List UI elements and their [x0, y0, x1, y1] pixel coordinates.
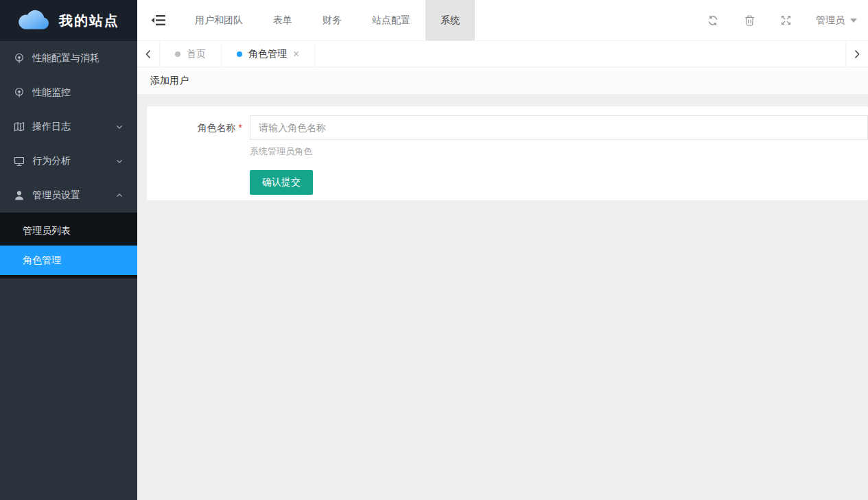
cloud-icon [18, 10, 49, 32]
nav-item-label: 系统 [441, 14, 460, 27]
helper-text: 系统管理员角色 [250, 145, 868, 158]
trash-icon[interactable] [744, 15, 755, 26]
book-icon [14, 121, 25, 132]
nav-item-label: 用户和团队 [195, 14, 243, 27]
caret-down-icon [850, 19, 857, 23]
sidebar-item-label: 行为分析 [32, 155, 115, 167]
sidebar: 我的站点 性能配置与消耗 性能监控 操作日志 [0, 0, 137, 500]
role-name-label: 角色名称* [147, 115, 250, 195]
fullscreen-icon[interactable] [781, 15, 791, 25]
tab-dot [237, 51, 242, 57]
tab-dot [175, 51, 180, 57]
close-icon[interactable]: × [293, 49, 299, 60]
tabs-scroll-left-icon[interactable] [137, 41, 160, 67]
sidebar-item-behavior-analysis[interactable]: 行为分析 [0, 144, 137, 178]
nav-item-label: 站点配置 [372, 14, 410, 27]
role-form-card: 角色名称* 系统管理员角色 确认提交 [147, 106, 868, 200]
chevron-up-icon [115, 191, 124, 200]
sidebar-subitem-label: 角色管理 [23, 254, 61, 267]
admin-dropdown[interactable]: 管理员 [804, 14, 868, 27]
admin-settings-submenu: 管理员列表 角色管理 [0, 213, 137, 278]
logo[interactable]: 我的站点 [0, 0, 137, 41]
sidebar-subitem-label: 管理员列表 [23, 225, 71, 237]
monitor-icon [14, 156, 25, 167]
submit-button[interactable]: 确认提交 [250, 170, 313, 195]
tabs-scroll-right-icon[interactable] [845, 41, 868, 67]
tab-bar: 首页 角色管理 × [137, 41, 868, 67]
role-name-form-item: 角色名称* 系统管理员角色 确认提交 [147, 115, 868, 195]
chevron-down-icon [115, 123, 124, 131]
beacon-icon [14, 53, 25, 64]
label-text: 角色名称 [198, 122, 236, 133]
sidebar-subitem-role-management[interactable]: 角色管理 [0, 246, 137, 275]
nav-item-forms[interactable]: 表单 [258, 0, 307, 40]
role-name-field: 系统管理员角色 确认提交 [250, 115, 868, 195]
beacon-icon [14, 87, 25, 98]
nav-item-users-teams[interactable]: 用户和团队 [180, 0, 258, 40]
sidebar-item-label: 性能监控 [32, 86, 124, 99]
required-mark: * [239, 122, 242, 133]
sidebar-item-performance-config[interactable]: 性能配置与消耗 [0, 41, 137, 75]
nav-item-label: 财务 [322, 14, 342, 27]
sidebar-subitem-admin-list[interactable]: 管理员列表 [0, 216, 137, 246]
sidebar-item-label: 操作日志 [32, 121, 115, 133]
collapse-sidebar-icon[interactable] [137, 0, 180, 40]
tab-label: 首页 [187, 48, 206, 60]
refresh-icon[interactable] [707, 15, 718, 26]
sidebar-item-label: 管理员设置 [32, 189, 115, 202]
sidebar-item-admin-settings[interactable]: 管理员设置 [0, 178, 137, 213]
main-content: 角色名称* 系统管理员角色 确认提交 [137, 95, 868, 500]
user-icon [14, 190, 25, 201]
chevron-down-icon [115, 157, 124, 165]
sidebar-item-label: 性能配置与消耗 [32, 52, 124, 64]
role-name-input[interactable] [250, 115, 868, 140]
breadcrumb: 添加用户 [150, 75, 189, 87]
nav-item-finance[interactable]: 财务 [307, 0, 357, 40]
header-actions: 管理员 [694, 0, 868, 40]
top-header: 用户和团队 表单 财务 站点配置 系统 [137, 0, 868, 41]
admin-label: 管理员 [816, 14, 845, 27]
nav-item-system[interactable]: 系统 [425, 0, 475, 40]
sidebar-item-operation-log[interactable]: 操作日志 [0, 110, 137, 144]
tab-home[interactable]: 首页 [160, 41, 222, 67]
tab-label: 角色管理 [248, 48, 287, 60]
tab-role-management[interactable]: 角色管理 × [222, 41, 315, 67]
breadcrumb-bar: 添加用户 [137, 67, 868, 95]
nav-item-site-config[interactable]: 站点配置 [357, 0, 425, 40]
app-title: 我的站点 [59, 12, 119, 30]
nav-item-label: 表单 [273, 14, 292, 27]
sidebar-item-performance-monitor[interactable]: 性能监控 [0, 75, 137, 110]
